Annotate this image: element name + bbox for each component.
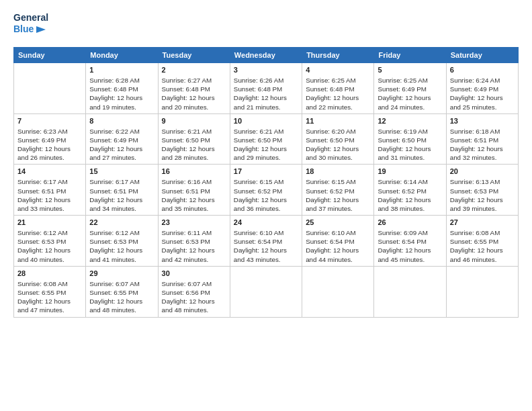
cell-1-4: 3Sunrise: 6:26 AMSunset: 6:48 PMDaylight… — [230, 63, 302, 114]
cell-content: Daylight: 12 hours — [450, 195, 515, 204]
day-number: 22 — [89, 218, 154, 228]
cell-content: Sunrise: 6:20 AM — [306, 127, 370, 136]
cell-content: and 29 minutes. — [234, 153, 298, 162]
cell-2-7: 13Sunrise: 6:18 AMSunset: 6:51 PMDayligh… — [446, 113, 518, 165]
cell-content: and 35 minutes. — [162, 204, 226, 213]
cell-content: Sunrise: 6:26 AM — [234, 76, 298, 85]
col-header-thursday: Thursday — [302, 48, 374, 63]
cell-4-6: 26Sunrise: 6:09 AMSunset: 6:54 PMDayligh… — [374, 216, 446, 267]
cell-content: Daylight: 12 hours — [89, 93, 154, 102]
cell-content: Sunrise: 6:25 AM — [378, 76, 442, 85]
cell-content: and 43 minutes. — [234, 255, 298, 264]
col-header-monday: Monday — [86, 48, 158, 63]
col-header-sunday: Sunday — [14, 48, 86, 63]
day-number: 13 — [450, 116, 515, 126]
cell-content: Daylight: 12 hours — [378, 195, 442, 204]
cell-content: Sunrise: 6:18 AM — [450, 127, 515, 136]
cell-content: and 21 minutes. — [234, 103, 298, 111]
cell-content: Sunset: 6:54 PM — [306, 237, 370, 246]
cell-2-5: 11Sunrise: 6:20 AMSunset: 6:50 PMDayligh… — [302, 113, 374, 165]
cell-2-3: 9Sunrise: 6:21 AMSunset: 6:50 PMDaylight… — [158, 113, 230, 165]
cell-content: Sunrise: 6:12 AM — [17, 228, 82, 237]
cell-content: and 44 minutes. — [306, 255, 370, 264]
cell-5-5 — [302, 266, 374, 317]
header-row: SundayMondayTuesdayWednesdayThursdayFrid… — [14, 48, 519, 63]
cell-content: Daylight: 12 hours — [306, 246, 370, 255]
cell-content: Daylight: 12 hours — [17, 144, 82, 153]
day-number: 10 — [234, 116, 298, 126]
day-number: 16 — [162, 167, 226, 177]
day-number: 14 — [17, 167, 82, 177]
cell-content: Sunset: 6:49 PM — [378, 85, 442, 93]
cell-content: Sunrise: 6:23 AM — [17, 127, 82, 136]
cell-content: Sunset: 6:52 PM — [234, 187, 298, 195]
cell-content: Sunset: 6:50 PM — [306, 136, 370, 144]
cell-content: and 19 minutes. — [89, 103, 154, 111]
cell-4-4: 24Sunrise: 6:10 AMSunset: 6:54 PMDayligh… — [230, 216, 302, 267]
cell-content: Sunrise: 6:28 AM — [89, 76, 154, 85]
cell-3-6: 19Sunrise: 6:14 AMSunset: 6:52 PMDayligh… — [374, 165, 446, 216]
cell-content: Sunrise: 6:10 AM — [234, 228, 298, 237]
cell-content: Daylight: 12 hours — [234, 246, 298, 255]
cell-content: and 28 minutes. — [162, 153, 226, 162]
col-header-friday: Friday — [374, 48, 446, 63]
logo-graphic: General Blue — [13, 12, 48, 42]
day-number: 5 — [378, 65, 442, 75]
cell-content: and 32 minutes. — [450, 153, 515, 162]
cell-content: Sunset: 6:51 PM — [89, 187, 154, 195]
cell-content: Sunrise: 6:21 AM — [234, 127, 298, 136]
cell-2-6: 12Sunrise: 6:19 AMSunset: 6:50 PMDayligh… — [374, 113, 446, 165]
cell-content: Sunset: 6:54 PM — [234, 237, 298, 246]
cell-content: Sunset: 6:48 PM — [234, 85, 298, 93]
cell-content: Sunrise: 6:10 AM — [306, 228, 370, 237]
cell-content: and 40 minutes. — [17, 255, 82, 264]
cell-content: Daylight: 12 hours — [450, 93, 515, 102]
cell-content: Sunset: 6:54 PM — [378, 237, 442, 246]
cell-content: and 39 minutes. — [450, 204, 515, 213]
cell-content: Sunrise: 6:07 AM — [89, 279, 154, 288]
cell-content: Sunrise: 6:16 AM — [162, 177, 226, 186]
cell-content: and 26 minutes. — [17, 153, 82, 162]
cell-content: Sunrise: 6:15 AM — [234, 177, 298, 186]
week-row-1: 1Sunrise: 6:28 AMSunset: 6:48 PMDaylight… — [14, 63, 519, 114]
cell-content: Sunset: 6:52 PM — [378, 187, 442, 195]
cell-content: and 41 minutes. — [89, 255, 154, 264]
cell-content: Sunset: 6:49 PM — [17, 136, 82, 144]
cell-1-7: 6Sunrise: 6:24 AMSunset: 6:49 PMDaylight… — [446, 63, 518, 114]
cell-content: Daylight: 12 hours — [89, 195, 154, 204]
day-number: 25 — [306, 218, 370, 228]
cell-content: Sunrise: 6:15 AM — [306, 177, 370, 186]
cell-3-2: 15Sunrise: 6:17 AMSunset: 6:51 PMDayligh… — [86, 165, 158, 216]
calendar-body: 1Sunrise: 6:28 AMSunset: 6:48 PMDaylight… — [14, 63, 519, 318]
cell-content: Sunset: 6:55 PM — [450, 237, 515, 246]
cell-content: and 22 minutes. — [306, 103, 370, 111]
day-number: 27 — [450, 218, 515, 228]
day-number: 23 — [162, 218, 226, 228]
cell-content: Sunrise: 6:17 AM — [17, 177, 82, 186]
cell-content: Daylight: 12 hours — [162, 246, 226, 255]
cell-content: and 25 minutes. — [450, 103, 515, 111]
day-number: 20 — [450, 167, 515, 177]
cell-content: Sunset: 6:50 PM — [162, 136, 226, 144]
cell-content: and 47 minutes. — [17, 306, 82, 314]
day-number: 11 — [306, 116, 370, 126]
week-row-4: 21Sunrise: 6:12 AMSunset: 6:53 PMDayligh… — [14, 216, 519, 267]
cell-1-2: 1Sunrise: 6:28 AMSunset: 6:48 PMDaylight… — [86, 63, 158, 114]
cell-content: Daylight: 12 hours — [162, 144, 226, 153]
cell-content: Daylight: 12 hours — [306, 93, 370, 102]
cell-content: Daylight: 12 hours — [450, 144, 515, 153]
cell-content: Sunset: 6:48 PM — [89, 85, 154, 93]
cell-5-7 — [446, 266, 518, 317]
cell-content: Daylight: 12 hours — [306, 144, 370, 153]
cell-content: Daylight: 12 hours — [234, 195, 298, 204]
cell-content: and 48 minutes. — [162, 306, 226, 314]
cell-content: and 48 minutes. — [89, 306, 154, 314]
cell-content: Sunrise: 6:27 AM — [162, 76, 226, 85]
cell-content: Sunset: 6:51 PM — [162, 187, 226, 195]
cell-2-1: 7Sunrise: 6:23 AMSunset: 6:49 PMDaylight… — [14, 113, 86, 165]
header: General Blue — [13, 12, 519, 42]
day-number: 18 — [306, 167, 370, 177]
day-number: 30 — [162, 269, 226, 279]
cell-content: and 30 minutes. — [306, 153, 370, 162]
cell-5-3: 30Sunrise: 6:07 AMSunset: 6:56 PMDayligh… — [158, 266, 230, 317]
